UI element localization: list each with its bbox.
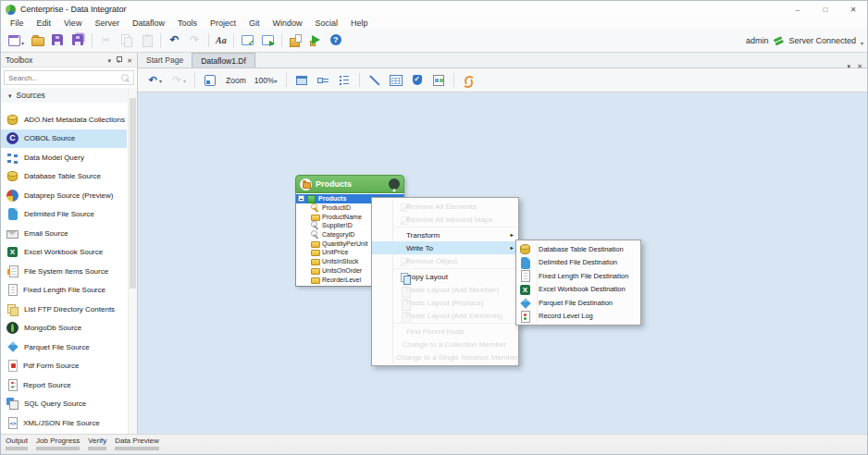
toolbox-item[interactable]: List FTP Directory Contents <box>1 300 127 319</box>
tree-expander-icon[interactable] <box>298 195 304 202</box>
menu-item-label: Remove All Inbound Maps <box>406 215 492 224</box>
menu-item[interactable]: File <box>4 18 31 28</box>
job-button[interactable] <box>286 31 305 50</box>
toolbox-item-label: SQL Query Source <box>24 400 86 408</box>
submenu-item-label: Fixed Length File Destination <box>539 272 628 280</box>
scrollbar-thumb[interactable] <box>130 98 136 289</box>
dataflow-canvas[interactable]: Products Products <box>138 92 867 434</box>
minimize-button[interactable] <box>784 1 812 18</box>
copy-button <box>117 31 136 50</box>
menu-item[interactable]: View <box>57 18 88 28</box>
font-button[interactable]: Aa <box>213 31 229 50</box>
menu-item-label: Remove Object <box>406 257 457 265</box>
status-tab-indicator <box>88 447 106 450</box>
grid-options-button[interactable] <box>387 71 405 90</box>
maximize-button[interactable] <box>812 1 839 18</box>
pin-icon[interactable] <box>116 55 122 64</box>
help-button[interactable] <box>327 31 346 50</box>
status-tab[interactable]: Verify <box>88 437 106 450</box>
menu-item[interactable]: Dataflow <box>126 18 171 28</box>
start-button[interactable] <box>306 31 326 50</box>
toolbox-item[interactable]: Fixed Length File Source <box>1 281 127 301</box>
scroll-up-icon[interactable] <box>129 88 137 97</box>
submenu-item[interactable]: Excel Workbook Destination <box>516 283 640 297</box>
menu-item[interactable]: Project <box>204 18 242 28</box>
run-window-button[interactable] <box>258 31 278 50</box>
submenu-item[interactable]: Database Table Destination <box>516 242 640 256</box>
toolbox-item[interactable]: SQL Query Source <box>1 395 127 414</box>
zoom-dropdown[interactable]: 100% <box>251 71 280 90</box>
sources-section-header[interactable]: Sources <box>1 88 137 103</box>
field-icon <box>311 276 319 284</box>
document-tab[interactable]: Start Page <box>138 53 192 68</box>
tab-close-icon[interactable] <box>857 55 862 72</box>
fit-to-window-button[interactable] <box>201 71 219 90</box>
search-input[interactable] <box>8 74 121 82</box>
toolbox-item[interactable]: Excel Workbook Source <box>1 243 127 263</box>
auto-layout-button[interactable] <box>460 71 478 90</box>
menu-item[interactable]: Server <box>88 18 126 28</box>
toolbox-item[interactable]: Delimited File Source <box>1 205 127 225</box>
toolbox-item[interactable]: Data Model Query <box>1 148 127 167</box>
window-title: Centerprise - Data Integrator <box>20 5 127 14</box>
status-tab[interactable]: Job Progress <box>36 437 80 450</box>
submenu-item[interactable]: Parquet File Destination <box>516 296 640 310</box>
menu-item[interactable]: Help <box>344 18 375 28</box>
toolbox-item[interactable]: Report Source <box>1 375 127 395</box>
toolbox-item[interactable]: COBOL Source <box>1 129 127 149</box>
toolbox-scroll-area: Sources ADO.Net Metadata Collections COB… <box>1 88 137 434</box>
context-menu-item[interactable]: Transform <box>372 228 518 241</box>
toolbox-item-label: Dataprep Source (Preview) <box>24 191 113 200</box>
menu-item[interactable]: Git <box>242 18 267 28</box>
toolbox-item[interactable]: Database Table Source <box>1 167 127 187</box>
vertical-tree-button[interactable] <box>335 71 353 90</box>
verify-dataflow-button[interactable] <box>408 71 427 90</box>
menu-item[interactable]: Tools <box>171 18 204 28</box>
toolbox-item[interactable]: Email Source <box>1 224 127 243</box>
context-menu-item: Paste Layout (Add Member) <box>372 283 518 296</box>
menu-item[interactable]: Window <box>266 18 308 28</box>
save-all-button[interactable] <box>68 31 88 50</box>
toolbox-item-label: XML/JSON File Source <box>23 419 100 427</box>
canvas-undo-button[interactable] <box>143 71 165 90</box>
open-button[interactable] <box>28 31 47 50</box>
toolbox-item[interactable]: XML/JSON File Source <box>1 413 127 433</box>
toolbox-item[interactable]: Parquet File Source <box>1 338 127 357</box>
scroll-down-icon[interactable] <box>129 424 137 434</box>
toolbar-overflow-icon[interactable] <box>861 32 863 49</box>
toolbar-separator <box>160 33 161 47</box>
toolbox-item[interactable]: ADO.Net Metadata Collections <box>1 110 127 129</box>
new-button[interactable] <box>5 31 27 50</box>
preview-table-button[interactable] <box>429 71 448 90</box>
context-menu-item[interactable]: Copy Layout <box>372 270 518 283</box>
toolbox-item[interactable]: Pdf Form Source <box>1 357 127 376</box>
toolbox-item-icon <box>8 417 18 429</box>
status-tab[interactable]: Data Preview <box>115 437 159 450</box>
verify-window-button[interactable] <box>238 31 257 50</box>
document-tab[interactable]: Dataflow1.Df <box>192 53 255 68</box>
toolbox-item[interactable]: Dataprep Source (Preview) <box>1 186 127 205</box>
submenu-item[interactable]: Fixed Length File Destination <box>516 269 640 283</box>
menu-item[interactable]: Social <box>308 18 344 28</box>
toolbox-menu-icon[interactable] <box>108 55 112 65</box>
toolbox-item[interactable]: File System Items Source <box>1 262 127 281</box>
toolbox-close-icon[interactable] <box>127 55 132 65</box>
horizontal-tree-button[interactable] <box>314 71 332 90</box>
menu-item[interactable]: Edit <box>31 18 58 28</box>
context-menu-item: Remove All Inbound Maps <box>372 213 518 226</box>
collapse-node-icon[interactable] <box>389 178 400 190</box>
draw-link-button[interactable] <box>366 71 384 90</box>
context-menu-item[interactable]: Write To <box>372 241 518 254</box>
menu-item-icon <box>400 340 405 350</box>
save-button[interactable] <box>48 31 68 50</box>
products-node-header[interactable]: Products <box>295 175 404 193</box>
node-layout-button[interactable] <box>292 71 311 90</box>
tab-list-icon[interactable] <box>848 55 851 72</box>
close-button[interactable] <box>839 1 867 18</box>
submenu-item[interactable]: Record Level Log <box>516 310 640 324</box>
submenu-item[interactable]: Delimited File Destination <box>516 256 640 270</box>
undo-button[interactable] <box>165 31 184 50</box>
toolbox-scrollbar[interactable] <box>128 88 137 434</box>
toolbox-item[interactable]: MongoDb Source <box>1 319 127 338</box>
status-tab[interactable]: Output <box>6 437 28 450</box>
